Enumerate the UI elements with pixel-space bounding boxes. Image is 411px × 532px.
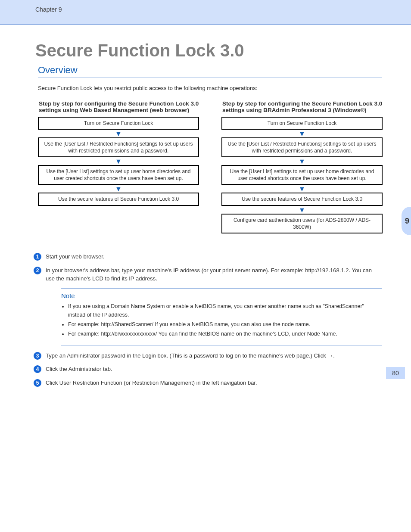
flow-box: Use the secure features of Secure Functi…	[38, 193, 199, 205]
step-2: 2 In your browser's address bar, type yo…	[34, 266, 382, 283]
step-badge: 5	[34, 379, 41, 387]
note-item: If you are using a Domain Name System or…	[68, 302, 382, 319]
flow-caption-bradmin: Step by step for configuring the Secure …	[222, 100, 383, 113]
flow-col-bradmin: Step by step for configuring the Secure …	[221, 100, 383, 234]
down-arrow-icon: ▼	[221, 206, 383, 214]
step-5: 5 Click User Restriction Function (or Re…	[34, 379, 382, 387]
flow-box: Turn on Secure Function Lock	[221, 117, 383, 130]
note-item: For example: http://brwxxxxxxxxxxxx/ You…	[68, 330, 382, 338]
step-badge: 3	[34, 352, 41, 360]
step-text: Start your web browser.	[46, 252, 105, 261]
header-band: Chapter 9	[0, 0, 411, 25]
flow-box: Use the secure features of Secure Functi…	[221, 193, 383, 205]
note-box: Note If you are using a Domain Name Syst…	[61, 288, 382, 345]
numbered-steps: 1 Start your web browser. 2 In your brow…	[34, 252, 382, 387]
flow-box: Use the [User List] settings to set up u…	[221, 165, 383, 185]
step-text: Type an Administrator password in the Lo…	[46, 352, 335, 360]
overview-text: Secure Function Lock lets you restrict p…	[38, 84, 382, 93]
flow-box: Configure card authentication users (for…	[221, 214, 383, 233]
step-text: Click User Restriction Function (or Rest…	[46, 379, 257, 387]
flow-box: Use the [User List / Restricted Function…	[38, 137, 199, 157]
flow-box: Use the [User List / Restricted Function…	[221, 137, 383, 157]
down-arrow-icon: ▼	[221, 185, 383, 193]
page-number: 80	[386, 367, 405, 379]
down-arrow-icon: ▼	[38, 157, 199, 165]
page: Chapter 9 Secure Function Lock 3.0 Overv…	[0, 0, 411, 387]
note-title: Note	[61, 292, 382, 299]
flow-caption-web: Step by step for configuring the Secure …	[39, 100, 199, 113]
note-list: If you are using a Domain Name System or…	[68, 302, 382, 338]
down-arrow-icon: ▼	[38, 130, 199, 137]
chapter-label: Chapter 9	[35, 6, 62, 13]
step-text: Click the Administrator tab.	[46, 365, 112, 373]
step-badge: 4	[34, 365, 41, 373]
overview-heading: Overview	[38, 65, 382, 78]
step-3: 3 Type an Administrator password in the …	[34, 352, 382, 360]
step-badge: 1	[34, 253, 41, 261]
flow-box: Turn on Secure Function Lock	[38, 117, 199, 130]
step-4: 4 Click the Administrator tab.	[34, 365, 382, 373]
chapter-side-tab: 9	[402, 207, 411, 235]
step-badge: 2	[34, 267, 41, 274]
flow-col-web: Step by step for configuring the Secure …	[38, 100, 199, 234]
down-arrow-icon: ▼	[38, 185, 199, 193]
note-item: For example: http://SharedScanner/ If yo…	[68, 320, 382, 329]
flow-row: Step by step for configuring the Secure …	[38, 100, 383, 234]
step-1: 1 Start your web browser.	[34, 252, 382, 261]
flow-box: Use the [User List] settings to set up u…	[38, 165, 199, 185]
step-text: In your browser's address bar, type your…	[46, 266, 382, 283]
down-arrow-icon: ▼	[221, 157, 383, 165]
down-arrow-icon: ▼	[221, 130, 383, 137]
page-title: Secure Function Lock 3.0	[35, 41, 411, 60]
